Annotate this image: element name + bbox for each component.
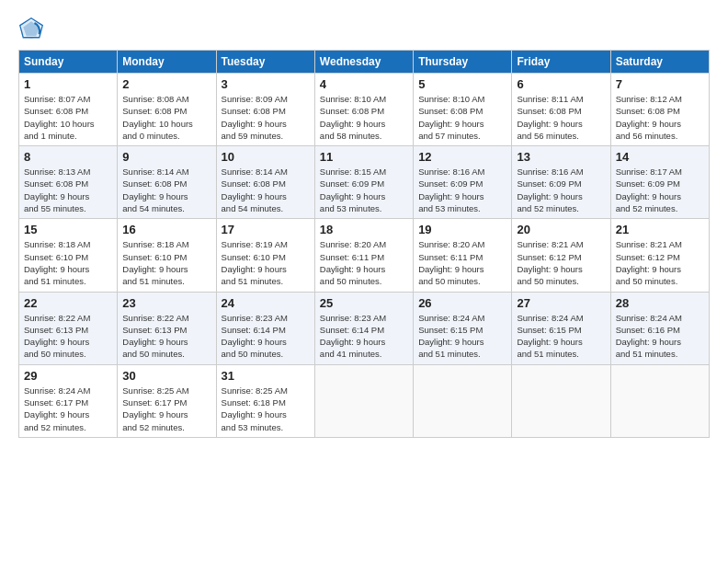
day-info: Sunrise: 8:20 AM Sunset: 6:11 PM Dayligh… (418, 238, 506, 287)
calendar-week-row: 22Sunrise: 8:22 AM Sunset: 6:13 PM Dayli… (19, 292, 710, 364)
day-info: Sunrise: 8:13 AM Sunset: 6:08 PM Dayligh… (24, 166, 112, 214)
day-number: 17 (222, 223, 310, 236)
day-number: 4 (320, 77, 408, 91)
day-number: 22 (24, 296, 112, 310)
calendar-table: SundayMondayTuesdayWednesdayThursdayFrid… (18, 50, 710, 438)
calendar-day-11: 11Sunrise: 8:15 AM Sunset: 6:09 PM Dayli… (314, 146, 413, 219)
day-info: Sunrise: 8:25 AM Sunset: 6:17 PM Dayligh… (122, 385, 210, 433)
calendar-day-31: 31Sunrise: 8:25 AM Sunset: 6:18 PM Dayli… (216, 364, 314, 437)
day-number: 10 (222, 150, 310, 164)
day-number: 16 (122, 223, 210, 236)
calendar-day-12: 12Sunrise: 8:16 AM Sunset: 6:09 PM Dayli… (414, 146, 512, 219)
weekday-header-saturday: Saturday (610, 51, 709, 74)
day-number: 14 (616, 150, 704, 164)
day-info: Sunrise: 8:21 AM Sunset: 6:12 PM Dayligh… (517, 238, 605, 287)
calendar-day-9: 9Sunrise: 8:14 AM Sunset: 6:08 PM Daylig… (118, 146, 216, 219)
logo-icon (18, 17, 44, 42)
calendar-week-row: 29Sunrise: 8:24 AM Sunset: 6:17 PM Dayli… (19, 364, 710, 437)
day-number: 13 (517, 150, 605, 164)
day-info: Sunrise: 8:25 AM Sunset: 6:18 PM Dayligh… (222, 385, 310, 433)
day-info: Sunrise: 8:17 AM Sunset: 6:09 PM Dayligh… (616, 166, 704, 214)
calendar-day-6: 6Sunrise: 8:11 AM Sunset: 6:08 PM Daylig… (512, 74, 610, 146)
day-number: 24 (222, 296, 310, 310)
empty-day-cell (314, 364, 413, 437)
calendar-day-23: 23Sunrise: 8:22 AM Sunset: 6:13 PM Dayli… (118, 292, 216, 364)
day-number: 21 (616, 223, 704, 236)
day-number: 11 (320, 150, 408, 164)
day-info: Sunrise: 8:19 AM Sunset: 6:10 PM Dayligh… (222, 238, 310, 287)
calendar-day-5: 5Sunrise: 8:10 AM Sunset: 6:08 PM Daylig… (414, 74, 512, 146)
calendar-day-25: 25Sunrise: 8:23 AM Sunset: 6:14 PM Dayli… (314, 292, 413, 364)
calendar-day-19: 19Sunrise: 8:20 AM Sunset: 6:11 PM Dayli… (414, 219, 512, 292)
day-number: 27 (517, 296, 605, 310)
weekday-header-monday: Monday (118, 51, 216, 74)
weekday-header-thursday: Thursday (414, 51, 512, 74)
day-number: 26 (418, 296, 506, 310)
calendar-day-15: 15Sunrise: 8:18 AM Sunset: 6:10 PM Dayli… (19, 219, 118, 292)
day-info: Sunrise: 8:18 AM Sunset: 6:10 PM Dayligh… (122, 238, 210, 287)
calendar-day-26: 26Sunrise: 8:24 AM Sunset: 6:15 PM Dayli… (414, 292, 512, 364)
day-number: 9 (122, 150, 210, 164)
calendar-day-2: 2Sunrise: 8:08 AM Sunset: 6:08 PM Daylig… (118, 74, 216, 146)
weekday-header-tuesday: Tuesday (216, 51, 314, 74)
calendar-day-17: 17Sunrise: 8:19 AM Sunset: 6:10 PM Dayli… (216, 219, 314, 292)
calendar-day-27: 27Sunrise: 8:24 AM Sunset: 6:15 PM Dayli… (512, 292, 610, 364)
day-info: Sunrise: 8:22 AM Sunset: 6:13 PM Dayligh… (122, 312, 210, 361)
day-info: Sunrise: 8:11 AM Sunset: 6:08 PM Dayligh… (517, 93, 605, 142)
day-number: 31 (222, 369, 310, 383)
calendar-week-row: 15Sunrise: 8:18 AM Sunset: 6:10 PM Dayli… (19, 219, 710, 292)
day-number: 30 (122, 369, 210, 383)
day-number: 28 (616, 296, 704, 310)
day-info: Sunrise: 8:20 AM Sunset: 6:11 PM Dayligh… (320, 238, 408, 287)
day-info: Sunrise: 8:12 AM Sunset: 6:08 PM Dayligh… (616, 93, 704, 142)
calendar-day-16: 16Sunrise: 8:18 AM Sunset: 6:10 PM Dayli… (118, 219, 216, 292)
day-info: Sunrise: 8:22 AM Sunset: 6:13 PM Dayligh… (24, 312, 112, 361)
page: SundayMondayTuesdayWednesdayThursdayFrid… (0, 0, 728, 563)
day-number: 8 (24, 150, 112, 164)
calendar-day-8: 8Sunrise: 8:13 AM Sunset: 6:08 PM Daylig… (19, 146, 118, 219)
day-info: Sunrise: 8:15 AM Sunset: 6:09 PM Dayligh… (320, 166, 408, 214)
calendar-day-3: 3Sunrise: 8:09 AM Sunset: 6:08 PM Daylig… (216, 74, 314, 146)
weekday-header-row: SundayMondayTuesdayWednesdayThursdayFrid… (19, 51, 710, 74)
day-number: 12 (418, 150, 506, 164)
calendar-day-1: 1Sunrise: 8:07 AM Sunset: 6:08 PM Daylig… (19, 74, 118, 146)
day-info: Sunrise: 8:23 AM Sunset: 6:14 PM Dayligh… (222, 312, 310, 361)
calendar-day-28: 28Sunrise: 8:24 AM Sunset: 6:16 PM Dayli… (610, 292, 709, 364)
day-number: 5 (418, 77, 506, 91)
weekday-header-friday: Friday (512, 51, 610, 74)
day-info: Sunrise: 8:08 AM Sunset: 6:08 PM Dayligh… (122, 93, 210, 142)
day-info: Sunrise: 8:16 AM Sunset: 6:09 PM Dayligh… (418, 166, 506, 214)
day-info: Sunrise: 8:10 AM Sunset: 6:08 PM Dayligh… (320, 93, 408, 142)
day-number: 7 (616, 77, 704, 91)
day-info: Sunrise: 8:18 AM Sunset: 6:10 PM Dayligh… (24, 238, 112, 287)
day-info: Sunrise: 8:09 AM Sunset: 6:08 PM Dayligh… (222, 93, 310, 142)
day-number: 1 (24, 77, 112, 91)
calendar-day-30: 30Sunrise: 8:25 AM Sunset: 6:17 PM Dayli… (118, 364, 216, 437)
weekday-header-wednesday: Wednesday (314, 51, 413, 74)
day-info: Sunrise: 8:07 AM Sunset: 6:08 PM Dayligh… (24, 93, 112, 142)
day-number: 23 (122, 296, 210, 310)
weekday-header-sunday: Sunday (19, 51, 118, 74)
day-info: Sunrise: 8:24 AM Sunset: 6:15 PM Dayligh… (517, 312, 605, 361)
calendar-day-20: 20Sunrise: 8:21 AM Sunset: 6:12 PM Dayli… (512, 219, 610, 292)
day-info: Sunrise: 8:16 AM Sunset: 6:09 PM Dayligh… (517, 166, 605, 214)
day-info: Sunrise: 8:10 AM Sunset: 6:08 PM Dayligh… (418, 93, 506, 142)
calendar-day-22: 22Sunrise: 8:22 AM Sunset: 6:13 PM Dayli… (19, 292, 118, 364)
day-number: 25 (320, 296, 408, 310)
calendar-day-29: 29Sunrise: 8:24 AM Sunset: 6:17 PM Dayli… (19, 364, 118, 437)
day-info: Sunrise: 8:14 AM Sunset: 6:08 PM Dayligh… (222, 166, 310, 214)
day-number: 15 (24, 223, 112, 236)
calendar-day-14: 14Sunrise: 8:17 AM Sunset: 6:09 PM Dayli… (610, 146, 709, 219)
calendar-day-21: 21Sunrise: 8:21 AM Sunset: 6:12 PM Dayli… (610, 219, 709, 292)
day-info: Sunrise: 8:24 AM Sunset: 6:17 PM Dayligh… (24, 385, 112, 433)
empty-day-cell (414, 364, 512, 437)
calendar-week-row: 8Sunrise: 8:13 AM Sunset: 6:08 PM Daylig… (19, 146, 710, 219)
day-info: Sunrise: 8:14 AM Sunset: 6:08 PM Dayligh… (122, 166, 210, 214)
calendar-day-10: 10Sunrise: 8:14 AM Sunset: 6:08 PM Dayli… (216, 146, 314, 219)
empty-day-cell (610, 364, 709, 437)
day-info: Sunrise: 8:21 AM Sunset: 6:12 PM Dayligh… (616, 238, 704, 287)
calendar-day-13: 13Sunrise: 8:16 AM Sunset: 6:09 PM Dayli… (512, 146, 610, 219)
header (18, 17, 710, 42)
day-number: 6 (517, 77, 605, 91)
day-number: 3 (222, 77, 310, 91)
